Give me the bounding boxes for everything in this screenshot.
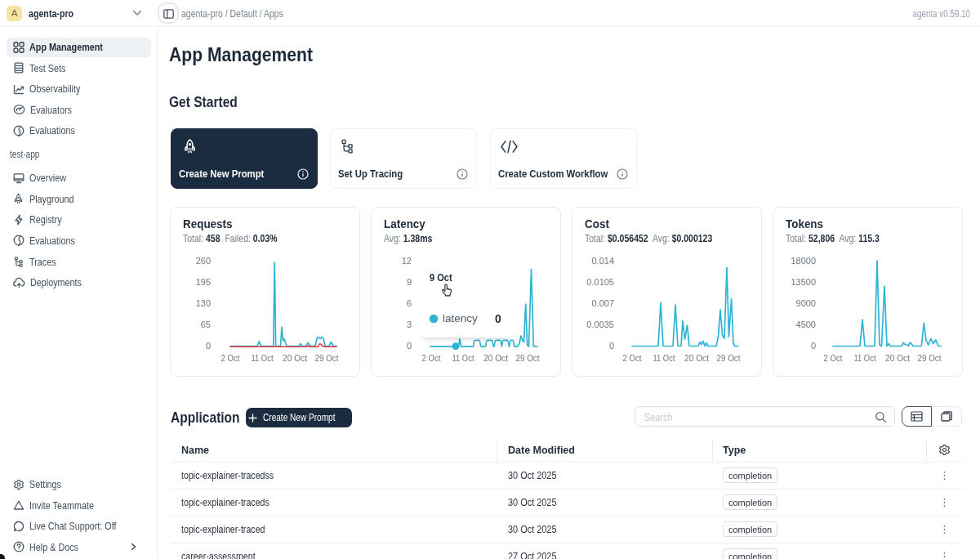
svg-text:195: 195 [196, 277, 211, 287]
svg-text:29 Oct: 29 Oct [918, 353, 942, 363]
svg-text:0.0105: 0.0105 [586, 277, 614, 287]
svg-text:20 Oct: 20 Oct [283, 353, 307, 363]
svg-text:2 Oct: 2 Oct [221, 353, 240, 363]
svg-text:29 Oct: 29 Oct [717, 353, 741, 363]
svg-text:18000: 18000 [791, 256, 816, 266]
svg-text:20 Oct: 20 Oct [885, 353, 910, 363]
svg-text:11 Oct: 11 Oct [452, 353, 474, 363]
svg-text:0: 0 [811, 341, 816, 351]
svg-text:13500: 13500 [791, 277, 816, 287]
svg-text:65: 65 [201, 320, 211, 329]
svg-text:6: 6 [407, 298, 412, 308]
svg-text:12: 12 [402, 256, 412, 266]
svg-text:20 Oct: 20 Oct [483, 353, 508, 363]
svg-text:2 Oct: 2 Oct [623, 353, 642, 363]
svg-text:130: 130 [196, 298, 211, 308]
svg-text:2 Oct: 2 Oct [422, 353, 441, 363]
svg-text:0: 0 [206, 341, 211, 351]
svg-text:20 Oct: 20 Oct [684, 353, 709, 363]
svg-text:0.007: 0.007 [591, 298, 614, 308]
svg-text:29 Oct: 29 Oct [315, 353, 339, 363]
svg-text:0.014: 0.014 [591, 256, 614, 266]
svg-text:2 Oct: 2 Oct [824, 353, 843, 363]
svg-text:11 Oct: 11 Oct [252, 353, 274, 363]
svg-text:9: 9 [407, 277, 412, 287]
svg-text:9000: 9000 [796, 298, 816, 308]
svg-text:29 Oct: 29 Oct [516, 353, 540, 363]
svg-text:11 Oct: 11 Oct [854, 353, 876, 363]
svg-text:0: 0 [609, 341, 614, 351]
svg-text:260: 260 [196, 256, 211, 266]
svg-text:4500: 4500 [796, 320, 816, 329]
svg-text:0.0035: 0.0035 [586, 320, 614, 329]
svg-text:0: 0 [407, 341, 412, 351]
svg-text:11 Oct: 11 Oct [653, 353, 675, 363]
svg-text:3: 3 [407, 320, 412, 329]
